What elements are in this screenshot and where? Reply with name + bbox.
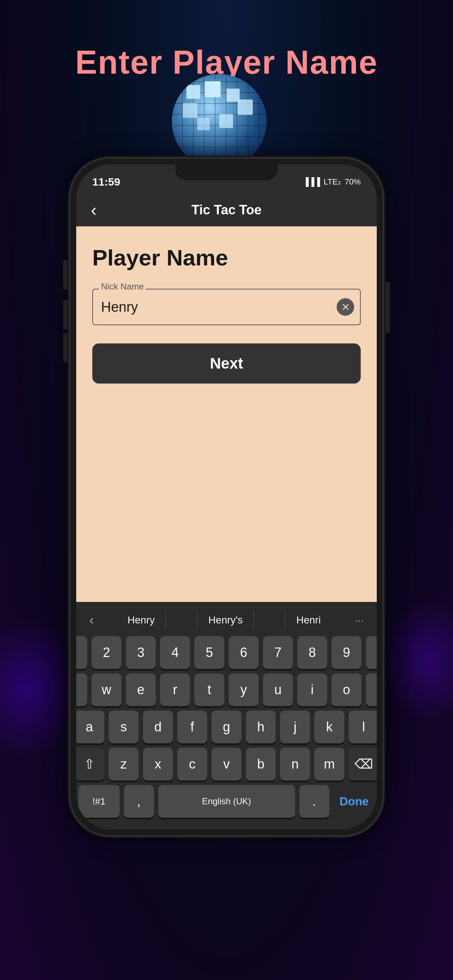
nav-back-button[interactable]: ‹ xyxy=(91,200,97,220)
key-w[interactable]: w xyxy=(91,673,121,706)
key-1[interactable]: 1 xyxy=(76,636,87,669)
key-x[interactable]: x xyxy=(143,748,173,781)
key-r[interactable]: r xyxy=(160,673,190,706)
key-6[interactable]: 6 xyxy=(229,636,258,669)
autocomplete-bar: ‹ Henry Henry's Henri ··· xyxy=(78,607,375,633)
key-m[interactable]: m xyxy=(314,748,344,781)
key-8[interactable]: 8 xyxy=(297,636,327,669)
wifi-icon: LTE₂ xyxy=(324,177,341,187)
autocomplete-word-1[interactable]: Henry xyxy=(117,611,166,630)
signal-icon: ▐▐▐ xyxy=(303,177,320,187)
status-time: 11:59 xyxy=(92,176,120,188)
key-g[interactable]: g xyxy=(212,711,241,743)
input-label: Nick Name xyxy=(99,282,146,292)
keyboard-row-numbers: 1 2 3 4 5 6 7 8 9 0 xyxy=(78,636,375,669)
clear-input-button[interactable]: ✕ xyxy=(337,298,354,316)
key-e[interactable]: e xyxy=(126,673,156,706)
key-d[interactable]: d xyxy=(143,711,173,743)
key-q[interactable]: q xyxy=(76,673,87,706)
status-icons: ▐▐▐ LTE₂ 70% xyxy=(303,177,361,187)
key-c[interactable]: c xyxy=(177,748,207,781)
done-key[interactable]: Done xyxy=(334,785,375,818)
key-l[interactable]: l xyxy=(349,711,377,743)
next-button[interactable]: Next xyxy=(92,344,361,383)
key-u[interactable]: u xyxy=(263,673,293,706)
key-7[interactable]: 7 xyxy=(263,636,293,669)
notch xyxy=(175,164,278,180)
key-i[interactable]: i xyxy=(297,673,327,706)
autocomplete-word-2[interactable]: Henry's xyxy=(197,611,254,630)
key-a[interactable]: a xyxy=(76,711,104,743)
nav-bar: ‹ Tic Tac Toe xyxy=(76,194,377,226)
key-k[interactable]: k xyxy=(314,711,344,743)
key-z[interactable]: z xyxy=(109,748,139,781)
key-p[interactable]: p xyxy=(366,673,377,706)
symbol-key[interactable]: !#1 xyxy=(78,785,120,818)
key-n[interactable]: n xyxy=(280,748,310,781)
backspace-key[interactable]: ⌫ xyxy=(349,748,377,781)
key-j[interactable]: j xyxy=(280,711,310,743)
key-y[interactable]: y xyxy=(229,673,258,706)
autocomplete-back-icon[interactable]: ‹ xyxy=(82,612,101,628)
keyboard-row-bottom: !#1 , English (UK) . Done xyxy=(78,785,375,818)
key-b[interactable]: b xyxy=(246,748,276,781)
key-0[interactable]: 0 xyxy=(366,636,377,669)
shift-key[interactable]: ⇧ xyxy=(76,748,104,781)
phone-screen: 11:59 ▐▐▐ LTE₂ 70% ‹ Tic Tac Toe Player … xyxy=(76,164,377,829)
bg-glow-right xyxy=(384,597,453,725)
nick-name-input-container: Nick Name ✕ xyxy=(92,289,361,325)
bg-glow-left xyxy=(0,616,80,761)
keyboard-row-qwerty: q w e r t y u i o p xyxy=(78,673,375,706)
section-title: Player Name xyxy=(92,245,361,270)
keyboard: ‹ Henry Henry's Henri ··· 1 2 3 4 5 6 7 … xyxy=(76,602,377,829)
key-4[interactable]: 4 xyxy=(160,636,190,669)
key-t[interactable]: t xyxy=(195,673,224,706)
key-2[interactable]: 2 xyxy=(91,636,121,669)
battery-text: 70% xyxy=(345,177,361,187)
nick-name-input[interactable] xyxy=(92,289,361,325)
key-9[interactable]: 9 xyxy=(332,636,362,669)
key-o[interactable]: o xyxy=(332,673,362,706)
content-area: Player Name Nick Name ✕ Next xyxy=(76,226,377,602)
autocomplete-more-icon[interactable]: ··· xyxy=(347,614,371,626)
key-5[interactable]: 5 xyxy=(195,636,224,669)
key-3[interactable]: 3 xyxy=(126,636,156,669)
key-f[interactable]: f xyxy=(177,711,207,743)
phone-frame: 11:59 ▐▐▐ LTE₂ 70% ‹ Tic Tac Toe Player … xyxy=(70,158,383,836)
key-v[interactable]: v xyxy=(212,748,241,781)
keyboard-row-asdf: a s d f g h j k l xyxy=(78,711,375,743)
autocomplete-words: Henry Henry's Henri xyxy=(101,611,347,630)
key-s[interactable]: s xyxy=(109,711,139,743)
keyboard-row-zxcv: ⇧ z x c v b n m ⌫ xyxy=(78,748,375,781)
nav-title: Tic Tac Toe xyxy=(191,202,262,218)
comma-key[interactable]: , xyxy=(124,785,154,818)
space-key[interactable]: English (UK) xyxy=(158,785,295,818)
period-key[interactable]: . xyxy=(300,785,329,818)
autocomplete-word-3[interactable]: Henri xyxy=(285,611,332,630)
key-h[interactable]: h xyxy=(246,711,276,743)
disco-ball xyxy=(135,74,347,169)
clear-icon: ✕ xyxy=(341,301,350,313)
